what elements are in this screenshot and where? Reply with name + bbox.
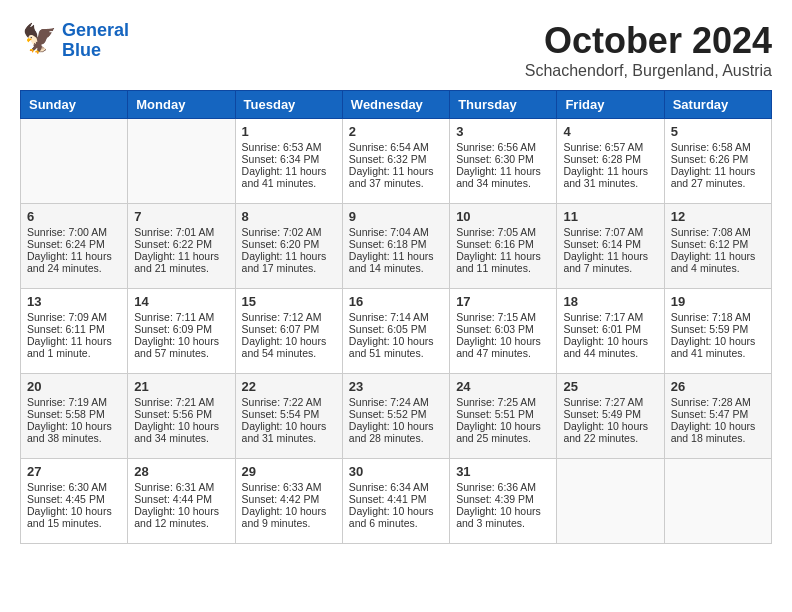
week-row-4: 20Sunrise: 7:19 AMSunset: 5:58 PMDayligh… bbox=[21, 374, 772, 459]
day-info: and 18 minutes. bbox=[671, 432, 765, 444]
calendar-cell: 17Sunrise: 7:15 AMSunset: 6:03 PMDayligh… bbox=[450, 289, 557, 374]
day-info: Sunrise: 7:25 AM bbox=[456, 396, 550, 408]
day-info: Sunrise: 6:33 AM bbox=[242, 481, 336, 493]
calendar-body: 1Sunrise: 6:53 AMSunset: 6:34 PMDaylight… bbox=[21, 119, 772, 544]
day-header-sunday: Sunday bbox=[21, 91, 128, 119]
week-row-1: 1Sunrise: 6:53 AMSunset: 6:34 PMDaylight… bbox=[21, 119, 772, 204]
calendar-cell: 27Sunrise: 6:30 AMSunset: 4:45 PMDayligh… bbox=[21, 459, 128, 544]
day-number: 27 bbox=[27, 464, 121, 479]
day-info: Daylight: 10 hours bbox=[134, 505, 228, 517]
calendar-cell: 19Sunrise: 7:18 AMSunset: 5:59 PMDayligh… bbox=[664, 289, 771, 374]
day-info: Daylight: 10 hours bbox=[242, 505, 336, 517]
day-number: 23 bbox=[349, 379, 443, 394]
day-number: 15 bbox=[242, 294, 336, 309]
day-number: 29 bbox=[242, 464, 336, 479]
day-info: Sunrise: 7:21 AM bbox=[134, 396, 228, 408]
day-info: Sunrise: 7:00 AM bbox=[27, 226, 121, 238]
day-number: 28 bbox=[134, 464, 228, 479]
day-info: Sunset: 6:22 PM bbox=[134, 238, 228, 250]
day-info: Sunrise: 7:18 AM bbox=[671, 311, 765, 323]
day-info: Daylight: 10 hours bbox=[134, 335, 228, 347]
day-info: Daylight: 10 hours bbox=[349, 335, 443, 347]
day-info: and 11 minutes. bbox=[456, 262, 550, 274]
day-header-friday: Friday bbox=[557, 91, 664, 119]
day-info: and 54 minutes. bbox=[242, 347, 336, 359]
day-info: Sunset: 4:42 PM bbox=[242, 493, 336, 505]
day-number: 16 bbox=[349, 294, 443, 309]
day-info: Sunrise: 7:27 AM bbox=[563, 396, 657, 408]
day-info: Sunrise: 6:53 AM bbox=[242, 141, 336, 153]
day-number: 26 bbox=[671, 379, 765, 394]
day-number: 1 bbox=[242, 124, 336, 139]
day-info: and 51 minutes. bbox=[349, 347, 443, 359]
calendar-cell: 16Sunrise: 7:14 AMSunset: 6:05 PMDayligh… bbox=[342, 289, 449, 374]
day-number: 13 bbox=[27, 294, 121, 309]
day-info: and 15 minutes. bbox=[27, 517, 121, 529]
calendar-cell: 7Sunrise: 7:01 AMSunset: 6:22 PMDaylight… bbox=[128, 204, 235, 289]
day-info: and 47 minutes. bbox=[456, 347, 550, 359]
day-info: Daylight: 11 hours bbox=[349, 250, 443, 262]
day-info: and 31 minutes. bbox=[563, 177, 657, 189]
day-number: 8 bbox=[242, 209, 336, 224]
day-info: Sunset: 6:01 PM bbox=[563, 323, 657, 335]
day-info: Sunset: 6:16 PM bbox=[456, 238, 550, 250]
calendar-cell: 14Sunrise: 7:11 AMSunset: 6:09 PMDayligh… bbox=[128, 289, 235, 374]
calendar-table: SundayMondayTuesdayWednesdayThursdayFrid… bbox=[20, 90, 772, 544]
day-number: 10 bbox=[456, 209, 550, 224]
day-info: Sunrise: 7:11 AM bbox=[134, 311, 228, 323]
day-info: and 34 minutes. bbox=[134, 432, 228, 444]
day-info: and 7 minutes. bbox=[563, 262, 657, 274]
day-info: and 17 minutes. bbox=[242, 262, 336, 274]
day-info: and 37 minutes. bbox=[349, 177, 443, 189]
day-info: Sunset: 5:58 PM bbox=[27, 408, 121, 420]
calendar-cell: 11Sunrise: 7:07 AMSunset: 6:14 PMDayligh… bbox=[557, 204, 664, 289]
day-info: Sunrise: 7:24 AM bbox=[349, 396, 443, 408]
day-info: and 9 minutes. bbox=[242, 517, 336, 529]
day-info: and 25 minutes. bbox=[456, 432, 550, 444]
day-info: Sunset: 6:32 PM bbox=[349, 153, 443, 165]
day-info: and 41 minutes. bbox=[671, 347, 765, 359]
day-info: Sunrise: 7:15 AM bbox=[456, 311, 550, 323]
day-info: Sunset: 6:20 PM bbox=[242, 238, 336, 250]
day-info: and 31 minutes. bbox=[242, 432, 336, 444]
day-info: Daylight: 11 hours bbox=[671, 165, 765, 177]
title-block: October 2024 Schachendorf, Burgenland, A… bbox=[525, 20, 772, 80]
day-info: and 44 minutes. bbox=[563, 347, 657, 359]
day-info: Daylight: 11 hours bbox=[563, 250, 657, 262]
calendar-cell: 24Sunrise: 7:25 AMSunset: 5:51 PMDayligh… bbox=[450, 374, 557, 459]
day-info: Daylight: 10 hours bbox=[671, 335, 765, 347]
day-info: Daylight: 10 hours bbox=[671, 420, 765, 432]
logo-blue: Blue bbox=[62, 41, 129, 61]
day-info: Sunset: 6:11 PM bbox=[27, 323, 121, 335]
day-info: Sunset: 6:34 PM bbox=[242, 153, 336, 165]
day-info: Sunset: 6:14 PM bbox=[563, 238, 657, 250]
calendar-cell: 31Sunrise: 6:36 AMSunset: 4:39 PMDayligh… bbox=[450, 459, 557, 544]
day-info: and 21 minutes. bbox=[134, 262, 228, 274]
calendar-cell: 30Sunrise: 6:34 AMSunset: 4:41 PMDayligh… bbox=[342, 459, 449, 544]
day-number: 11 bbox=[563, 209, 657, 224]
day-info: and 6 minutes. bbox=[349, 517, 443, 529]
day-info: Daylight: 10 hours bbox=[563, 420, 657, 432]
day-number: 18 bbox=[563, 294, 657, 309]
calendar-cell: 8Sunrise: 7:02 AMSunset: 6:20 PMDaylight… bbox=[235, 204, 342, 289]
week-row-3: 13Sunrise: 7:09 AMSunset: 6:11 PMDayligh… bbox=[21, 289, 772, 374]
calendar-cell bbox=[557, 459, 664, 544]
day-number: 2 bbox=[349, 124, 443, 139]
day-number: 24 bbox=[456, 379, 550, 394]
day-info: Sunset: 6:05 PM bbox=[349, 323, 443, 335]
day-number: 22 bbox=[242, 379, 336, 394]
week-row-2: 6Sunrise: 7:00 AMSunset: 6:24 PMDaylight… bbox=[21, 204, 772, 289]
day-number: 7 bbox=[134, 209, 228, 224]
day-info: Sunrise: 7:08 AM bbox=[671, 226, 765, 238]
day-info: Sunset: 6:24 PM bbox=[27, 238, 121, 250]
calendar-cell: 12Sunrise: 7:08 AMSunset: 6:12 PMDayligh… bbox=[664, 204, 771, 289]
day-number: 9 bbox=[349, 209, 443, 224]
day-info: and 28 minutes. bbox=[349, 432, 443, 444]
day-info: Sunrise: 6:57 AM bbox=[563, 141, 657, 153]
day-info: Sunset: 6:03 PM bbox=[456, 323, 550, 335]
calendar-cell: 2Sunrise: 6:54 AMSunset: 6:32 PMDaylight… bbox=[342, 119, 449, 204]
calendar-cell: 6Sunrise: 7:00 AMSunset: 6:24 PMDaylight… bbox=[21, 204, 128, 289]
day-info: and 24 minutes. bbox=[27, 262, 121, 274]
day-info: Sunset: 6:07 PM bbox=[242, 323, 336, 335]
day-number: 19 bbox=[671, 294, 765, 309]
